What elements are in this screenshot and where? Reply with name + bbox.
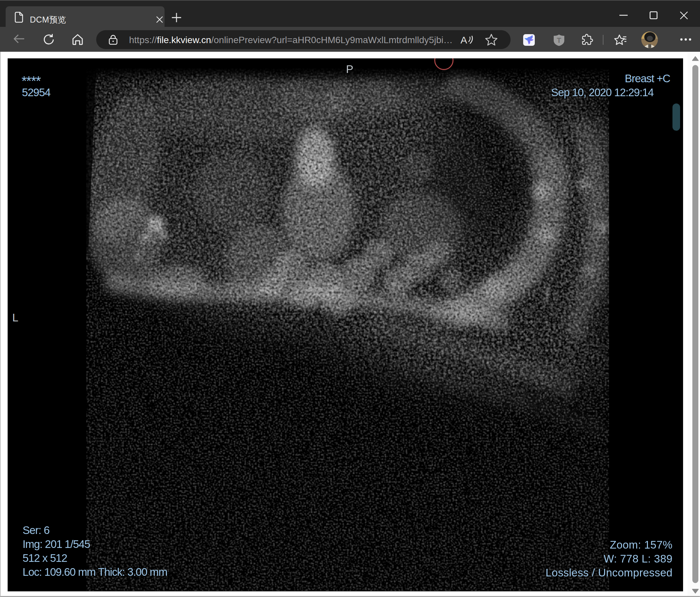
svg-text:A: A <box>460 34 467 46</box>
svg-text:T: T <box>557 36 561 45</box>
